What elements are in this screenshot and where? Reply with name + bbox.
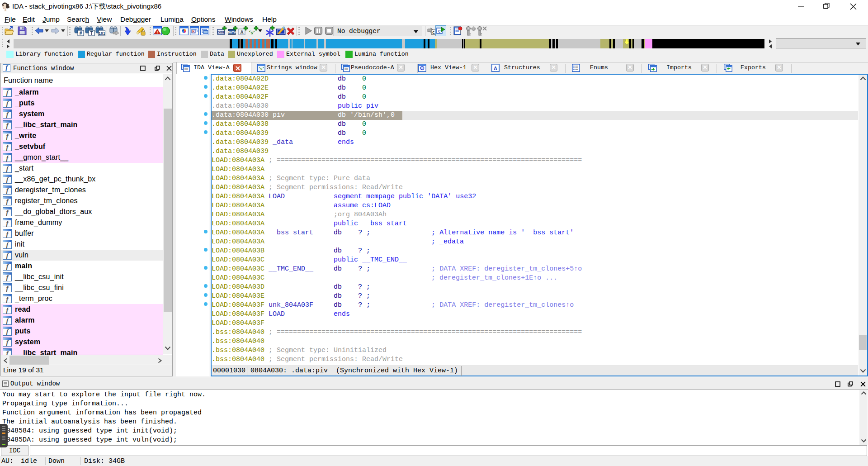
- svg-text:R: R: [192, 29, 195, 33]
- svg-text:‘s’: ‘s’: [259, 66, 264, 71]
- svg-text:DATA: DATA: [228, 31, 236, 34]
- svg-text:101: 101: [99, 31, 105, 36]
- svg-text:A: A: [494, 66, 497, 71]
- svg-text:T: T: [90, 31, 93, 36]
- svg-text:‘s’: ‘s’: [249, 29, 255, 36]
- svg-text:!: !: [157, 30, 158, 34]
- svg-text:C: C: [432, 31, 435, 35]
- svg-text:C: C: [438, 29, 441, 34]
- svg-text:#: #: [80, 31, 82, 36]
- svg-text:CODE: CODE: [217, 31, 225, 34]
- svg-text:A: A: [240, 30, 243, 35]
